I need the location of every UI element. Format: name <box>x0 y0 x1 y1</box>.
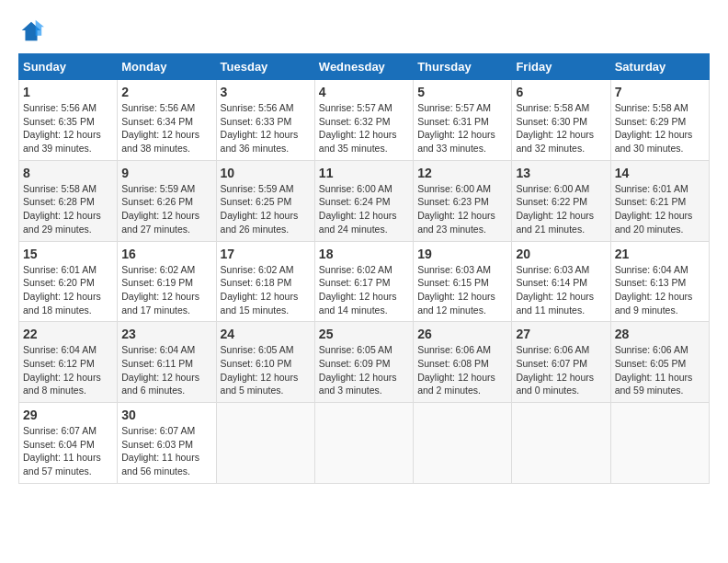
day-info: Sunrise: 6:04 AM Sunset: 6:12 PM Dayligh… <box>23 343 113 397</box>
day-info: Sunrise: 5:58 AM Sunset: 6:28 PM Dayligh… <box>23 182 113 236</box>
logo-icon <box>18 18 44 44</box>
day-cell <box>610 403 709 484</box>
day-cell: 29 Sunrise: 6:07 AM Sunset: 6:04 PM Dayl… <box>19 403 118 484</box>
day-cell: 20 Sunrise: 6:03 AM Sunset: 6:14 PM Dayl… <box>512 241 610 322</box>
day-info: Sunrise: 5:56 AM Sunset: 6:33 PM Dayligh… <box>221 101 311 155</box>
day-number: 22 <box>23 327 113 341</box>
day-cell: 5 Sunrise: 5:57 AM Sunset: 6:31 PM Dayli… <box>414 80 512 161</box>
day-info: Sunrise: 6:02 AM Sunset: 6:19 PM Dayligh… <box>121 263 211 317</box>
day-cell: 18 Sunrise: 6:02 AM Sunset: 6:17 PM Dayl… <box>314 241 413 322</box>
svg-marker-1 <box>36 20 44 36</box>
day-number: 24 <box>221 327 311 341</box>
day-cell <box>512 403 610 484</box>
day-info: Sunrise: 6:04 AM Sunset: 6:11 PM Dayligh… <box>121 343 211 397</box>
day-number: 19 <box>417 247 507 261</box>
weekday-header-row: SundayMondayTuesdayWednesdayThursdayFrid… <box>19 54 710 80</box>
day-info: Sunrise: 5:56 AM Sunset: 6:34 PM Dayligh… <box>121 101 211 155</box>
week-row-4: 22 Sunrise: 6:04 AM Sunset: 6:12 PM Dayl… <box>19 322 710 403</box>
day-number: 3 <box>221 85 311 99</box>
day-number: 13 <box>516 166 606 180</box>
day-cell: 25 Sunrise: 6:05 AM Sunset: 6:09 PM Dayl… <box>314 322 413 403</box>
day-cell: 21 Sunrise: 6:04 AM Sunset: 6:13 PM Dayl… <box>610 241 709 322</box>
week-row-2: 8 Sunrise: 5:58 AM Sunset: 6:28 PM Dayli… <box>19 160 710 241</box>
day-number: 9 <box>121 166 211 180</box>
day-cell: 15 Sunrise: 6:01 AM Sunset: 6:20 PM Dayl… <box>19 241 118 322</box>
day-cell: 6 Sunrise: 5:58 AM Sunset: 6:30 PM Dayli… <box>512 80 610 161</box>
day-info: Sunrise: 6:00 AM Sunset: 6:24 PM Dayligh… <box>319 182 409 236</box>
calendar-table: SundayMondayTuesdayWednesdayThursdayFrid… <box>18 53 710 484</box>
day-info: Sunrise: 6:04 AM Sunset: 6:13 PM Dayligh… <box>615 263 705 317</box>
day-cell: 30 Sunrise: 6:07 AM Sunset: 6:03 PM Dayl… <box>118 403 216 484</box>
day-cell: 1 Sunrise: 5:56 AM Sunset: 6:35 PM Dayli… <box>19 80 118 161</box>
day-info: Sunrise: 6:06 AM Sunset: 6:05 PM Dayligh… <box>615 343 705 397</box>
day-number: 4 <box>319 85 409 99</box>
day-info: Sunrise: 6:06 AM Sunset: 6:08 PM Dayligh… <box>417 343 507 397</box>
day-info: Sunrise: 6:00 AM Sunset: 6:23 PM Dayligh… <box>417 182 507 236</box>
day-number: 21 <box>615 247 705 261</box>
day-cell: 19 Sunrise: 6:03 AM Sunset: 6:15 PM Dayl… <box>414 241 512 322</box>
day-cell: 12 Sunrise: 6:00 AM Sunset: 6:23 PM Dayl… <box>414 160 512 241</box>
day-number: 14 <box>615 166 705 180</box>
day-cell: 14 Sunrise: 6:01 AM Sunset: 6:21 PM Dayl… <box>610 160 709 241</box>
day-info: Sunrise: 5:57 AM Sunset: 6:31 PM Dayligh… <box>417 101 507 155</box>
day-number: 20 <box>516 247 606 261</box>
day-number: 29 <box>23 408 113 422</box>
day-info: Sunrise: 6:07 AM Sunset: 6:03 PM Dayligh… <box>121 424 211 478</box>
day-cell <box>414 403 512 484</box>
day-info: Sunrise: 6:02 AM Sunset: 6:18 PM Dayligh… <box>221 263 311 317</box>
day-cell: 22 Sunrise: 6:04 AM Sunset: 6:12 PM Dayl… <box>19 322 118 403</box>
weekday-header-friday: Friday <box>512 54 610 80</box>
day-number: 26 <box>417 327 507 341</box>
weekday-header-tuesday: Tuesday <box>216 54 314 80</box>
day-number: 6 <box>516 85 606 99</box>
day-cell: 24 Sunrise: 6:05 AM Sunset: 6:10 PM Dayl… <box>216 322 314 403</box>
day-info: Sunrise: 5:58 AM Sunset: 6:29 PM Dayligh… <box>615 101 705 155</box>
weekday-header-thursday: Thursday <box>414 54 512 80</box>
day-cell: 26 Sunrise: 6:06 AM Sunset: 6:08 PM Dayl… <box>414 322 512 403</box>
day-info: Sunrise: 6:01 AM Sunset: 6:20 PM Dayligh… <box>23 263 113 317</box>
day-cell <box>216 403 314 484</box>
day-cell: 17 Sunrise: 6:02 AM Sunset: 6:18 PM Dayl… <box>216 241 314 322</box>
day-cell: 8 Sunrise: 5:58 AM Sunset: 6:28 PM Dayli… <box>19 160 118 241</box>
day-cell: 10 Sunrise: 5:59 AM Sunset: 6:25 PM Dayl… <box>216 160 314 241</box>
day-info: Sunrise: 5:57 AM Sunset: 6:32 PM Dayligh… <box>319 101 409 155</box>
day-number: 2 <box>121 85 211 99</box>
day-info: Sunrise: 6:03 AM Sunset: 6:14 PM Dayligh… <box>516 263 606 317</box>
day-number: 12 <box>417 166 507 180</box>
day-info: Sunrise: 6:01 AM Sunset: 6:21 PM Dayligh… <box>615 182 705 236</box>
day-info: Sunrise: 6:03 AM Sunset: 6:15 PM Dayligh… <box>417 263 507 317</box>
day-number: 5 <box>417 85 507 99</box>
day-number: 27 <box>516 327 606 341</box>
day-number: 23 <box>121 327 211 341</box>
day-info: Sunrise: 5:59 AM Sunset: 6:26 PM Dayligh… <box>121 182 211 236</box>
day-info: Sunrise: 5:58 AM Sunset: 6:30 PM Dayligh… <box>516 101 606 155</box>
week-row-3: 15 Sunrise: 6:01 AM Sunset: 6:20 PM Dayl… <box>19 241 710 322</box>
day-number: 30 <box>121 408 211 422</box>
day-cell: 28 Sunrise: 6:06 AM Sunset: 6:05 PM Dayl… <box>610 322 709 403</box>
week-row-5: 29 Sunrise: 6:07 AM Sunset: 6:04 PM Dayl… <box>19 403 710 484</box>
day-number: 16 <box>121 247 211 261</box>
day-number: 15 <box>23 247 113 261</box>
day-info: Sunrise: 6:06 AM Sunset: 6:07 PM Dayligh… <box>516 343 606 397</box>
day-cell: 13 Sunrise: 6:00 AM Sunset: 6:22 PM Dayl… <box>512 160 610 241</box>
day-cell: 11 Sunrise: 6:00 AM Sunset: 6:24 PM Dayl… <box>314 160 413 241</box>
day-cell: 27 Sunrise: 6:06 AM Sunset: 6:07 PM Dayl… <box>512 322 610 403</box>
day-number: 7 <box>615 85 705 99</box>
weekday-header-monday: Monday <box>118 54 216 80</box>
day-number: 25 <box>319 327 409 341</box>
day-cell: 7 Sunrise: 5:58 AM Sunset: 6:29 PM Dayli… <box>610 80 709 161</box>
day-number: 10 <box>221 166 311 180</box>
day-number: 17 <box>221 247 311 261</box>
day-cell: 2 Sunrise: 5:56 AM Sunset: 6:34 PM Dayli… <box>118 80 216 161</box>
weekday-header-saturday: Saturday <box>610 54 709 80</box>
day-cell: 3 Sunrise: 5:56 AM Sunset: 6:33 PM Dayli… <box>216 80 314 161</box>
day-number: 1 <box>23 85 113 99</box>
day-cell: 23 Sunrise: 6:04 AM Sunset: 6:11 PM Dayl… <box>118 322 216 403</box>
day-info: Sunrise: 5:59 AM Sunset: 6:25 PM Dayligh… <box>221 182 311 236</box>
day-number: 18 <box>319 247 409 261</box>
weekday-header-sunday: Sunday <box>19 54 118 80</box>
day-cell: 4 Sunrise: 5:57 AM Sunset: 6:32 PM Dayli… <box>314 80 413 161</box>
day-info: Sunrise: 6:07 AM Sunset: 6:04 PM Dayligh… <box>23 424 113 478</box>
day-info: Sunrise: 6:02 AM Sunset: 6:17 PM Dayligh… <box>319 263 409 317</box>
day-cell: 9 Sunrise: 5:59 AM Sunset: 6:26 PM Dayli… <box>118 160 216 241</box>
